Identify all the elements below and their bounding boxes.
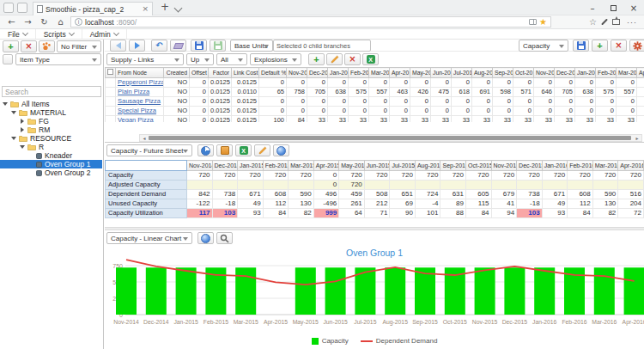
supply-cell[interactable]: 0.0125 xyxy=(209,97,232,107)
supply-cell[interactable]: 463 xyxy=(390,88,410,97)
future-cell[interactable]: 590 xyxy=(289,190,314,199)
supply-cell[interactable]: 705 xyxy=(307,88,328,97)
supply-cell[interactable]: 0.0125 xyxy=(209,107,232,116)
supply-cell[interactable]: 33 xyxy=(575,116,596,123)
mode-select[interactable]: Explosions xyxy=(250,53,301,65)
supply-cell[interactable]: 0.0125 xyxy=(232,78,259,88)
future-cell[interactable]: 90 xyxy=(390,209,416,218)
grid-selector[interactable]: Supply - Links xyxy=(106,53,184,65)
supply-cell[interactable]: 0 xyxy=(369,78,390,88)
supply-cell[interactable]: 0 xyxy=(452,78,472,88)
future-cell[interactable]: -18 xyxy=(212,199,238,209)
future-cell[interactable]: 89 xyxy=(440,199,466,209)
future-cell[interactable]: 82 xyxy=(289,209,314,218)
supply-cell[interactable]: 0 xyxy=(190,88,209,97)
row-checkbox-cell[interactable] xyxy=(106,78,116,88)
filter-select[interactable]: All xyxy=(216,53,247,65)
from-node-link[interactable]: Pepperoni Pizza xyxy=(118,78,164,86)
favorites-hub-icon[interactable]: ☆ xyxy=(589,17,597,27)
supply-cell[interactable]: 65 xyxy=(259,88,287,97)
supply-cell[interactable]: 33 xyxy=(534,116,555,123)
future-cell[interactable]: 720 xyxy=(339,181,365,190)
supply-cell[interactable]: 0 xyxy=(555,107,575,116)
forward-icon[interactable]: → xyxy=(20,17,36,27)
future-cell[interactable]: -4 xyxy=(415,199,440,209)
from-node-link[interactable]: Special Pizza xyxy=(118,107,156,114)
future-cell[interactable]: 720 xyxy=(390,171,416,181)
tree-item-material[interactable]: MATERIAL xyxy=(0,108,102,117)
chevron-down-icon[interactable] xyxy=(11,137,16,140)
future-cell[interactable] xyxy=(187,181,213,190)
set-aside-tabs-icon[interactable] xyxy=(17,3,27,13)
future-cell[interactable]: 212 xyxy=(364,199,390,209)
future-cell[interactable] xyxy=(542,181,568,190)
future-cell[interactable] xyxy=(491,181,517,190)
from-node-link[interactable]: Vegan Pizza xyxy=(118,116,154,122)
scroll-left-arrow-icon[interactable]: ◂ xyxy=(140,135,149,141)
supply-cell[interactable]: 0 xyxy=(190,107,209,116)
supply-cell[interactable]: 0 xyxy=(287,107,307,116)
refresh-sheet-button[interactable] xyxy=(197,144,214,156)
supply-cell[interactable]: 758 xyxy=(287,88,307,97)
row-checkbox-cell[interactable] xyxy=(106,107,116,116)
base-units-select[interactable]: Base Units xyxy=(230,40,273,52)
supply-cell[interactable]: 33 xyxy=(307,116,328,123)
future-cell[interactable]: 459 xyxy=(339,190,365,199)
supply-cell[interactable]: 0 xyxy=(596,97,617,107)
future-cell[interactable]: 112 xyxy=(568,199,593,209)
supply-cell[interactable]: 0 xyxy=(472,97,493,107)
url-field[interactable]: i localhost :8090/ ★ xyxy=(70,16,551,28)
future-cell[interactable]: 720 xyxy=(440,171,466,181)
chart-selector[interactable]: Capacity - Linear Chart xyxy=(106,232,192,244)
save-button[interactable] xyxy=(191,40,207,52)
supply-cell[interactable]: 646 xyxy=(534,88,555,97)
browser-tab[interactable]: Smoothie - pizza_cap_2 × xyxy=(33,2,153,15)
supply-cell[interactable]: 426 xyxy=(410,88,431,97)
supply-cell[interactable]: 0 xyxy=(369,107,390,116)
delete-link-button[interactable]: × xyxy=(344,53,361,65)
supply-cell[interactable]: 33 xyxy=(328,116,349,123)
future-cell[interactable] xyxy=(618,181,644,190)
future-cell[interactable]: -122 xyxy=(187,199,213,209)
supply-cell[interactable]: 575 xyxy=(596,88,617,97)
close-button[interactable]: × xyxy=(623,0,644,15)
supply-cell[interactable]: 0.0125 xyxy=(209,88,232,97)
supply-cell[interactable]: 0 xyxy=(493,97,513,107)
future-cell[interactable] xyxy=(238,181,264,190)
save-view-button[interactable] xyxy=(573,40,589,52)
settings-ellipsis-icon[interactable]: ··· xyxy=(627,18,637,27)
future-cell[interactable] xyxy=(212,181,238,190)
future-cell[interactable]: 608 xyxy=(568,190,593,199)
tab-preview-icon[interactable] xyxy=(3,3,14,13)
supply-cell[interactable] xyxy=(637,107,644,116)
edit-link-button[interactable] xyxy=(326,53,343,65)
supply-cell[interactable]: 0 xyxy=(493,107,513,116)
supply-cell[interactable]: NO xyxy=(164,88,190,97)
future-cell[interactable]: 720 xyxy=(212,171,238,181)
future-cell[interactable]: 720 xyxy=(517,171,543,181)
future-cell[interactable]: 679 xyxy=(491,190,517,199)
chart-zoom-button[interactable] xyxy=(216,232,233,244)
future-cell[interactable]: 117 xyxy=(187,209,213,218)
supply-cell[interactable]: 0 xyxy=(617,97,637,107)
supply-cell[interactable]: 638 xyxy=(575,88,596,97)
chevron-down-icon[interactable] xyxy=(11,111,16,114)
future-cell[interactable]: 720 xyxy=(618,171,644,181)
supply-cell[interactable]: 0 xyxy=(390,78,410,88)
tree-item-all-items[interactable]: All Items xyxy=(0,100,102,108)
supply-cell[interactable]: 33 xyxy=(617,116,637,123)
future-cell[interactable]: 720 xyxy=(466,171,492,181)
supply-cell[interactable]: 0 xyxy=(534,97,555,107)
future-cell[interactable]: 720 xyxy=(339,171,365,181)
future-cell[interactable]: 0 xyxy=(313,171,339,181)
supply-cell[interactable]: 0.0125 xyxy=(232,107,259,116)
supply-cell[interactable]: 0 xyxy=(452,97,472,107)
corner-cell[interactable] xyxy=(106,161,187,171)
item-type-button[interactable] xyxy=(3,54,13,64)
direction-select[interactable]: Up xyxy=(186,53,214,65)
supply-cell[interactable]: 0 xyxy=(617,78,637,88)
nav-forward-button[interactable] xyxy=(129,40,145,52)
future-cell[interactable]: 631 xyxy=(440,190,466,199)
back-icon[interactable]: ← xyxy=(3,17,20,27)
supply-cell[interactable]: 0 xyxy=(349,107,369,116)
